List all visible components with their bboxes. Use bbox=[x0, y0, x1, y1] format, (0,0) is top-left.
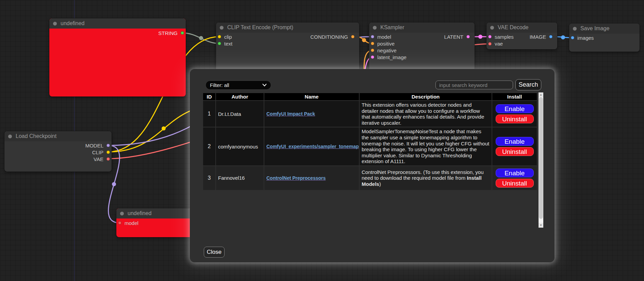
table-row: 3Fannovel16ControlNet PreprocessorsContr… bbox=[203, 166, 537, 190]
input-label: positive bbox=[377, 41, 395, 47]
output-slot-conditioning[interactable] bbox=[351, 35, 354, 38]
enable-button[interactable]: Enable bbox=[496, 137, 534, 146]
input-slot-model[interactable] bbox=[371, 35, 374, 38]
node-titlebar[interactable]: Load Checkpoint bbox=[4, 131, 112, 141]
node-titlebar[interactable]: undefined bbox=[49, 18, 186, 29]
node-title: VAE Decode bbox=[498, 24, 528, 31]
extensions-table: IDAuthorNameDescriptionInstall 1Dr.Lt.Da… bbox=[202, 92, 538, 191]
description-text: ) bbox=[379, 181, 381, 187]
output-label: CONDITIONING bbox=[310, 34, 348, 40]
cell-install: EnableUninstall bbox=[492, 166, 537, 190]
output-slot-model[interactable] bbox=[106, 144, 110, 147]
input-label: text bbox=[224, 41, 232, 47]
cell-install: EnableUninstall bbox=[492, 101, 537, 127]
wire-midpoint-dot bbox=[561, 35, 565, 39]
input-slot-vae[interactable] bbox=[488, 42, 492, 46]
input-slot-negative[interactable] bbox=[371, 49, 374, 52]
scrollbar-up-arrow-icon[interactable]: ▲ bbox=[539, 92, 543, 97]
node-ksampler[interactable]: KSampler model LATENT positive negative … bbox=[369, 22, 475, 73]
input-slot-samples[interactable] bbox=[488, 35, 492, 38]
input-slot-images[interactable] bbox=[571, 36, 574, 39]
collapse-dot-icon[interactable] bbox=[120, 212, 124, 215]
output-label: IMAGE bbox=[530, 34, 546, 40]
cell-description: This extension offers various detector n… bbox=[360, 101, 492, 127]
collapse-dot-icon[interactable] bbox=[490, 26, 494, 30]
enable-button[interactable]: Enable bbox=[496, 169, 534, 177]
output-label: VAE bbox=[94, 156, 103, 162]
node-title: KSampler bbox=[380, 24, 404, 31]
extension-link[interactable]: ControlNet Preprocessors bbox=[266, 175, 326, 181]
collapse-dot-icon[interactable] bbox=[8, 135, 12, 138]
collapse-dot-icon[interactable] bbox=[573, 27, 577, 31]
input-slot-positive[interactable] bbox=[371, 42, 374, 45]
node-titlebar[interactable]: undefined bbox=[116, 208, 192, 218]
filter-selected-value: Filter: all bbox=[210, 82, 229, 88]
output-slot-latent[interactable] bbox=[466, 35, 470, 38]
output-slot-vae[interactable] bbox=[106, 157, 110, 161]
search-button[interactable]: Search bbox=[515, 79, 541, 90]
collapse-dot-icon[interactable] bbox=[220, 26, 224, 30]
node-undefined-top[interactable]: undefined STRING bbox=[49, 18, 186, 96]
node-undefined-bottom[interactable]: undefined model bbox=[116, 208, 192, 237]
output-label: LATENT bbox=[444, 34, 463, 40]
enable-button[interactable]: Enable bbox=[496, 104, 534, 113]
scrollbar-down-arrow-icon[interactable]: ▼ bbox=[539, 223, 543, 228]
input-slot-latent-image[interactable] bbox=[371, 55, 374, 59]
column-header: ID bbox=[203, 93, 215, 100]
table-row: 2comfyanonymousComfyUI_experiments/sampl… bbox=[203, 127, 537, 165]
node-title: undefined bbox=[61, 20, 84, 27]
input-label: negative bbox=[377, 48, 397, 53]
table-scrollbar[interactable]: ▲ ▼ bbox=[539, 92, 543, 228]
filter-select[interactable]: Filter: all bbox=[205, 81, 271, 90]
output-slot-string[interactable] bbox=[181, 31, 184, 35]
node-save-image[interactable]: Save Image images filename_prefix ComfyU… bbox=[569, 23, 640, 52]
extension-link[interactable]: ComfyUI Impact Pack bbox=[266, 111, 315, 117]
scrollbar-thumb[interactable] bbox=[539, 97, 543, 219]
node-vae-decode[interactable]: VAE Decode samples IMAGE vae bbox=[486, 22, 557, 49]
node-titlebar[interactable]: CLIP Text Encode (Prompt) bbox=[216, 22, 359, 33]
input-slot-model[interactable] bbox=[118, 221, 121, 225]
cell-author: Fannovel16 bbox=[216, 166, 264, 190]
input-slot-text[interactable] bbox=[218, 42, 221, 45]
node-title: undefined bbox=[128, 210, 151, 216]
description-text: This extension offers various detector n… bbox=[362, 102, 484, 126]
wire-midpoint-dot bbox=[362, 38, 366, 42]
cell-author: Dr.Lt.Data bbox=[216, 101, 264, 127]
extensions-table-body: 1Dr.Lt.DataComfyUI Impact PackThis exten… bbox=[203, 101, 537, 190]
cell-description: ControlNet Preprocessors. (To use this e… bbox=[360, 166, 492, 190]
node-titlebar[interactable]: VAE Decode bbox=[486, 22, 557, 33]
close-button[interactable]: Close bbox=[204, 247, 225, 258]
uninstall-button[interactable]: Uninstall bbox=[496, 179, 534, 188]
input-label: samples bbox=[495, 34, 514, 40]
node-titlebar[interactable]: KSampler bbox=[369, 22, 475, 33]
output-label: MODEL bbox=[85, 143, 103, 148]
input-label: images bbox=[577, 35, 594, 41]
description-text: ControlNet Preprocessors. (To use this e… bbox=[362, 169, 484, 181]
custom-nodes-manager-dialog: Filter: all Search IDAuthorNameDescripti… bbox=[190, 69, 555, 262]
node-load-checkpoint[interactable]: Load Checkpoint MODEL CLIP VAE ◀ ckpt_na… bbox=[4, 131, 112, 172]
table-header-row: IDAuthorNameDescriptionInstall bbox=[203, 93, 537, 100]
input-label: clip bbox=[224, 34, 232, 40]
output-slot-image[interactable] bbox=[549, 35, 552, 38]
cell-name: ComfyUI Impact Pack bbox=[264, 101, 359, 127]
search-input[interactable] bbox=[435, 81, 513, 89]
collapse-dot-icon[interactable] bbox=[373, 26, 377, 30]
cell-author: comfyanonymous bbox=[216, 127, 264, 165]
uninstall-button[interactable]: Uninstall bbox=[496, 115, 534, 123]
uninstall-button[interactable]: Uninstall bbox=[496, 147, 534, 156]
node-title: CLIP Text Encode (Prompt) bbox=[227, 24, 293, 31]
output-slot-clip[interactable] bbox=[106, 151, 110, 154]
column-header: Install bbox=[492, 93, 537, 100]
input-label: vae bbox=[495, 41, 503, 47]
cell-description: ModelSamplerTonemapNoiseTest a node that… bbox=[360, 127, 492, 165]
wire-midpoint-dot bbox=[162, 126, 166, 130]
cell-id: 2 bbox=[203, 127, 215, 165]
node-titlebar[interactable]: Save Image bbox=[569, 23, 640, 34]
description-text: ModelSamplerTonemapNoiseTest a node that… bbox=[362, 128, 489, 164]
input-label: latent_image bbox=[377, 54, 407, 60]
collapse-dot-icon[interactable] bbox=[53, 22, 57, 25]
input-slot-clip[interactable] bbox=[218, 35, 221, 38]
extension-link[interactable]: ComfyUI_experiments/sampler_tonemap bbox=[266, 144, 359, 149]
output-label: CLIP bbox=[92, 150, 103, 155]
column-header: Name bbox=[264, 93, 359, 100]
